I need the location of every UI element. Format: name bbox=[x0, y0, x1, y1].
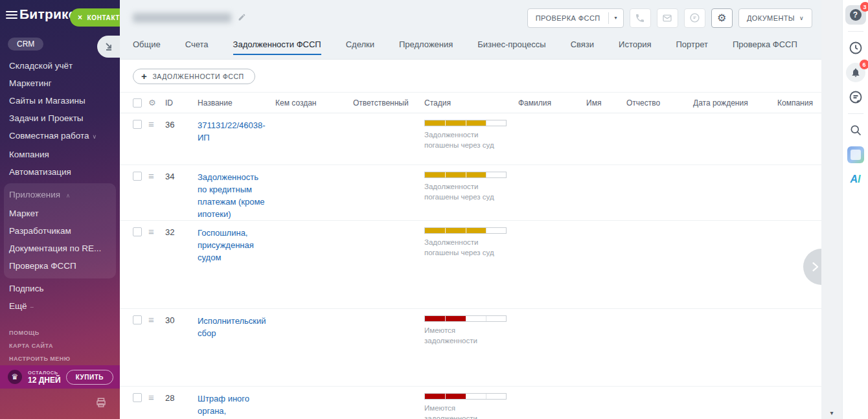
add-fssp-debt-button[interactable]: + ЗАДОЛЖЕННОСТИ ФССП bbox=[133, 69, 255, 84]
stage-cell: Имеются задолженности bbox=[424, 393, 518, 419]
row-id: 34 bbox=[165, 172, 198, 181]
sidebar-menu-item[interactable]: Совместная работа∨ bbox=[0, 127, 120, 146]
contact-entity-pill[interactable]: × КОНТАКТ bbox=[70, 8, 120, 27]
search-button[interactable] bbox=[845, 120, 866, 140]
sidebar-menu-item[interactable]: Сайты и Магазины bbox=[0, 92, 120, 109]
scrollbar-down-arrow[interactable]: ▾ bbox=[830, 409, 833, 416]
bell-icon bbox=[851, 67, 861, 78]
stage-progress-bar[interactable] bbox=[424, 393, 507, 400]
tab[interactable]: Задолженности ФССП bbox=[233, 40, 321, 55]
edit-title-icon[interactable] bbox=[238, 12, 246, 24]
row-menu-icon[interactable]: ≡ bbox=[148, 227, 165, 236]
hamburger-menu-icon[interactable] bbox=[6, 11, 17, 19]
sidebar-footer-link[interactable]: ПОМОЩЬ bbox=[0, 326, 120, 339]
row-checkbox[interactable] bbox=[133, 393, 142, 402]
settings-button[interactable]: ⚙ bbox=[711, 8, 733, 28]
rail-divider bbox=[848, 113, 863, 114]
ai-app-button[interactable]: Al bbox=[845, 170, 866, 189]
column-header-created-by[interactable]: Кем создан bbox=[275, 98, 353, 108]
column-header-name[interactable]: Название bbox=[198, 98, 275, 108]
sidebar-menu-item[interactable]: Компания bbox=[0, 146, 120, 163]
sidebar-footer-link[interactable]: КАРТА САЙТА bbox=[0, 339, 120, 352]
sidebar-item-apps[interactable]: Приложения ∧ bbox=[4, 186, 116, 205]
row-checkbox[interactable] bbox=[133, 227, 142, 236]
help-question-icon: ? bbox=[850, 9, 862, 21]
tab[interactable]: Общие bbox=[133, 40, 161, 55]
caret-down-icon[interactable]: ▾ bbox=[609, 15, 623, 21]
column-header-birthdate[interactable]: Дата рождения bbox=[693, 98, 777, 108]
row-name-link[interactable]: Задолженность по кредитным платежам (кро… bbox=[198, 172, 275, 220]
column-header-patronymic[interactable]: Отчество bbox=[626, 98, 693, 108]
row-checkbox[interactable] bbox=[133, 172, 142, 181]
stage-progress-bar[interactable] bbox=[424, 227, 507, 234]
tab[interactable]: Портрет bbox=[676, 40, 708, 55]
sidebar-menu-item[interactable]: Складской учёт bbox=[0, 57, 120, 74]
tab[interactable]: Предложения bbox=[399, 40, 453, 55]
close-icon[interactable]: × bbox=[78, 13, 83, 22]
call-button[interactable] bbox=[630, 8, 651, 28]
printer-icon[interactable] bbox=[95, 397, 107, 411]
sidebar-menu-item[interactable]: Маркетинг bbox=[0, 74, 120, 92]
sidebar-app-item[interactable]: Маркет bbox=[4, 205, 116, 222]
row-name-link[interactable]: 371131/22/46038-ИП bbox=[198, 120, 275, 144]
sidebar-menu-item[interactable]: Автоматизация bbox=[0, 163, 120, 181]
sidebar-menu-item[interactable]: Ещё– bbox=[0, 297, 120, 316]
tab[interactable]: История bbox=[619, 40, 651, 55]
tab[interactable]: Счета bbox=[185, 40, 209, 55]
stage-label: Задолженности погашены через суд bbox=[424, 130, 507, 150]
chevron-right-icon bbox=[808, 260, 821, 273]
grid-settings-gear-icon[interactable]: ⚙ bbox=[148, 98, 165, 108]
sidebar-menu-item[interactable]: Задачи и Проекты bbox=[0, 109, 120, 127]
email-button[interactable] bbox=[657, 8, 678, 28]
stage-progress-bar[interactable] bbox=[424, 315, 507, 322]
sidebar-collapse-button[interactable] bbox=[97, 36, 120, 58]
row-menu-icon[interactable]: ≡ bbox=[148, 120, 165, 129]
sidebar-app-item[interactable]: Документация по RE... bbox=[4, 240, 116, 257]
search-icon bbox=[849, 124, 862, 137]
column-header-responsible[interactable]: Ответственный bbox=[353, 98, 424, 108]
dash-icon: – bbox=[30, 304, 34, 310]
tab[interactable]: Бизнес-процессы bbox=[477, 40, 545, 55]
apps-group-list: Маркет Разработчикам Документация по RE.… bbox=[4, 205, 116, 275]
notifications-button[interactable]: 6 bbox=[846, 63, 865, 82]
help-button[interactable]: ? 3 bbox=[845, 5, 866, 25]
stage-progress-bar[interactable] bbox=[424, 120, 507, 126]
stage-cell: Задолженности погашены через суд bbox=[424, 172, 518, 202]
fssp-check-button[interactable]: ПРОВЕРКА ФССП ▾ bbox=[527, 8, 624, 28]
tab[interactable]: Проверка ФССП bbox=[733, 40, 797, 55]
stage-progress-bar[interactable] bbox=[424, 172, 507, 178]
column-header-id[interactable]: ID bbox=[165, 98, 198, 108]
time-management-button[interactable] bbox=[845, 38, 866, 58]
column-header-lastname[interactable]: Фамилия bbox=[518, 98, 586, 108]
sidebar-menu-item[interactable]: Подпись bbox=[0, 280, 120, 297]
chat-button[interactable] bbox=[845, 87, 866, 107]
row-menu-icon[interactable]: ≡ bbox=[148, 315, 165, 324]
row-checkbox[interactable] bbox=[133, 120, 142, 129]
row-menu-icon[interactable]: ≡ bbox=[148, 393, 165, 402]
row-menu-icon[interactable]: ≡ bbox=[148, 172, 165, 181]
row-name-link[interactable]: Исполнительский сбор bbox=[198, 315, 275, 340]
row-checkbox[interactable] bbox=[133, 315, 142, 324]
chevron-down-icon: ∨ bbox=[799, 15, 804, 21]
column-header-firstname[interactable]: Имя bbox=[586, 98, 626, 108]
documents-button[interactable]: ДОКУМЕНТЫ ∨ bbox=[738, 8, 812, 28]
select-all-checkbox[interactable] bbox=[133, 98, 142, 108]
messenger-button[interactable] bbox=[684, 8, 705, 28]
market-app-button[interactable] bbox=[845, 145, 866, 164]
row-name-link[interactable]: Штраф иного органа, Исполнительский сбор bbox=[198, 393, 275, 419]
stage-cell: Задолженности погашены через суд bbox=[424, 120, 518, 150]
table-body: ≡ 36 371131/22/46038-ИП Задолженности по… bbox=[120, 113, 821, 419]
sidebar-footer-link[interactable]: НАСТРОИТЬ МЕНЮ bbox=[0, 352, 120, 365]
sidebar-app-item[interactable]: Проверка ФССП bbox=[4, 257, 116, 275]
sidebar-app-item[interactable]: Разработчикам bbox=[4, 222, 116, 240]
row-id: 32 bbox=[165, 227, 198, 237]
row-name-link[interactable]: Госпошлина, присужденная судом bbox=[198, 227, 275, 264]
crm-badge[interactable]: CRM bbox=[8, 38, 43, 51]
main-scrollbar-track[interactable]: ▾ bbox=[821, 0, 842, 419]
column-header-company[interactable]: Компания bbox=[777, 98, 821, 108]
column-header-stage[interactable]: Стадия bbox=[424, 98, 518, 108]
tab[interactable]: Связи bbox=[571, 40, 594, 55]
stage-label: Задолженности погашены через суд bbox=[424, 182, 507, 202]
buy-button[interactable]: КУПИТЬ bbox=[66, 370, 113, 385]
tab[interactable]: Сделки bbox=[346, 40, 374, 55]
